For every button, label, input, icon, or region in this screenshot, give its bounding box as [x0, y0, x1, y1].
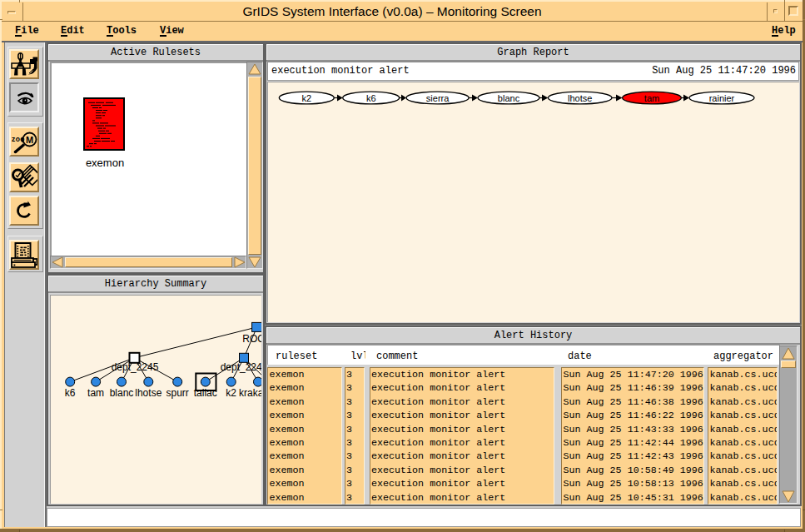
svg-text:k6: k6 [366, 93, 376, 103]
svg-text:tallac: tallac [194, 387, 217, 399]
svg-text:blanc: blanc [110, 387, 134, 399]
svg-text:dept_2246: dept_2246 [221, 361, 261, 373]
svg-text:M: M [26, 135, 33, 145]
svg-text:k2: k2 [301, 93, 311, 103]
svg-text:tam: tam [87, 387, 104, 399]
svg-text:lhotse: lhotse [568, 93, 592, 103]
svg-text:tam: tam [644, 93, 659, 103]
svg-text:rainier: rainier [709, 93, 735, 103]
svg-text:spurr: spurr [166, 387, 189, 399]
svg-text:dept_2245: dept_2245 [112, 361, 159, 373]
svg-text:k6: k6 [65, 387, 76, 399]
svg-text:k2: k2 [226, 387, 236, 399]
svg-text:ROOT: ROOT [242, 333, 261, 345]
svg-text:blanc: blanc [498, 93, 520, 103]
svg-text:sierra: sierra [426, 93, 450, 103]
svg-text:krakatoa: krakatoa [239, 387, 261, 399]
svg-text:lhotse: lhotse [135, 387, 161, 399]
